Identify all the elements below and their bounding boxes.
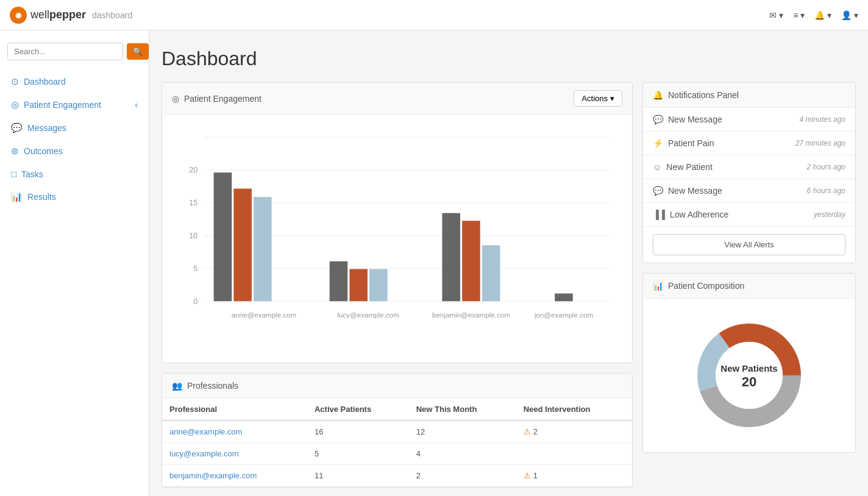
messages-icon: 💬	[11, 122, 23, 133]
notification-item-new-message-1[interactable]: 💬 New Message 4 minutes ago	[643, 108, 855, 132]
bar	[349, 269, 368, 302]
patient-pain-time: 27 minutes ago	[795, 139, 845, 147]
notification-item-patient-pain[interactable]: ⚡ Patient Pain 27 minutes ago	[643, 132, 855, 155]
patient-engagement-panel: ◎ Patient Engagement Actions ▾	[162, 82, 633, 363]
professionals-panel-icon: 👥	[172, 381, 182, 391]
logo-dashboard: dashboard	[92, 10, 132, 20]
engagement-chart: 0 5 10 15 20 anne@example.com	[172, 124, 622, 356]
warning-icon: ⚠	[524, 427, 531, 436]
patient-engagement-icon: ◎	[11, 99, 19, 110]
search-input[interactable]	[7, 43, 123, 60]
patient-composition-header: 📊 Patient Composition	[643, 274, 855, 299]
bar	[254, 197, 272, 301]
patient-pain-icon: ⚡	[653, 138, 663, 148]
notification-item-new-message-2[interactable]: 💬 New Message 6 hours ago	[643, 179, 855, 203]
new-message-1-text: New Message	[668, 115, 722, 124]
pro-email-link[interactable]: lucy@example.com	[169, 449, 239, 458]
patient-pain-text: Patient Pain	[668, 138, 714, 148]
svg-text:lucy@example.com: lucy@example.com	[337, 311, 399, 319]
chevron-left-icon: ‹	[135, 100, 138, 110]
pro-email-link[interactable]: benjamin@example.com	[169, 471, 257, 480]
actions-label: Actions	[582, 94, 608, 103]
new-this-month: 2	[409, 465, 516, 487]
sidebar-label-messages: Messages	[27, 123, 66, 133]
svg-text:15: 15	[189, 199, 197, 207]
sidebar-label-outcomes: Outcomes	[24, 146, 63, 156]
low-adherence-icon: ▐▐	[653, 210, 665, 219]
bar	[214, 172, 232, 301]
table-row: lucy@example.com 5 4	[162, 443, 632, 465]
svg-text:jon@example.com: jon@example.com	[534, 311, 593, 319]
sidebar-label-tasks: Tasks	[21, 169, 43, 179]
notification-item-low-adherence[interactable]: ▐▐ Low Adherence yesterday	[643, 203, 855, 227]
chart-area: 0 5 10 15 20 anne@example.com	[162, 115, 632, 363]
main-content: Dashboard ◎ Patient Engagement Actions ▾	[149, 30, 868, 496]
top-nav-icons: ✉ ▾ ≡ ▾ 🔔 ▾ 👤 ▾	[769, 10, 858, 20]
active-patients: 11	[307, 465, 409, 487]
new-message-2-time: 6 hours ago	[807, 186, 845, 195]
notification-item-new-patient[interactable]: ☺ New Patient 2 hours ago	[643, 155, 855, 179]
low-adherence-text: Low Adherence	[670, 210, 729, 219]
user-nav-button[interactable]: 👤 ▾	[841, 10, 858, 20]
svg-text:benjamin@example.com: benjamin@example.com	[432, 311, 510, 319]
professionals-header: 👥 Professionals	[162, 374, 632, 399]
dashboard-icon: ⊙	[11, 76, 19, 87]
notifications-panel: 🔔 Notifications Panel 💬 New Message 4 mi…	[642, 82, 856, 263]
view-all-alerts-button[interactable]: View All Alerts	[653, 234, 845, 255]
need-intervention: ⚠2	[516, 420, 632, 443]
new-this-month: 12	[409, 420, 516, 443]
composition-panel-icon: 📊	[653, 281, 663, 291]
svg-text:5: 5	[193, 264, 197, 273]
search-box: 🔍	[0, 38, 149, 65]
main-col: ◎ Patient Engagement Actions ▾	[162, 82, 633, 496]
panel-title-notifications: 🔔 Notifications Panel	[653, 90, 739, 100]
sidebar-item-patient-engagement[interactable]: ◎ Patient Engagement ‹	[0, 93, 149, 116]
sidebar-item-dashboard[interactable]: ⊙ Dashboard	[0, 70, 149, 93]
alerts-nav-button[interactable]: 🔔 ▾	[814, 10, 831, 20]
pro-email-link[interactable]: anne@example.com	[169, 427, 242, 436]
sidebar: 🔍 ⊙ Dashboard ◎ Patient Engagement ‹ 💬 M…	[0, 30, 149, 496]
need-intervention: ⚠1	[516, 465, 632, 487]
new-message-1-time: 4 minutes ago	[800, 115, 845, 124]
panel-title-composition: 📊 Patient Composition	[653, 281, 744, 291]
messages-nav-button[interactable]: ✉ ▾	[769, 10, 783, 20]
donut-container: New Patients 20	[643, 299, 855, 452]
sidebar-label-dashboard: Dashboard	[24, 77, 66, 87]
search-button[interactable]: 🔍	[127, 43, 149, 60]
bar	[555, 294, 573, 302]
engagement-panel-icon: ◎	[172, 94, 179, 104]
active-patients: 5	[307, 443, 409, 465]
active-patients: 16	[307, 420, 409, 443]
top-nav: ◉ wellpepper dashboard ✉ ▾ ≡ ▾ 🔔 ▾ 👤 ▾	[0, 0, 868, 30]
menu-nav-button[interactable]: ≡ ▾	[793, 10, 805, 20]
sidebar-label-patient-engagement: Patient Engagement	[24, 100, 101, 110]
professionals-table-container: Professional Active Patients New This Mo…	[162, 399, 632, 487]
actions-button[interactable]: Actions ▾	[574, 90, 622, 107]
professionals-panel: 👥 Professionals Professional Active Pati…	[162, 373, 633, 487]
svg-text:anne@example.com: anne@example.com	[232, 311, 297, 319]
logo-icon: ◉	[10, 7, 27, 24]
sidebar-item-messages[interactable]: 💬 Messages	[0, 116, 149, 140]
logo: ◉ wellpepper dashboard	[10, 7, 132, 24]
new-this-month: 4	[409, 443, 516, 465]
panel-title-professionals: 👥 Professionals	[172, 381, 238, 391]
composition-panel-title: Patient Composition	[668, 281, 744, 291]
content-grid: ◎ Patient Engagement Actions ▾	[162, 82, 856, 496]
outcomes-icon: ⊚	[11, 146, 19, 157]
tasks-icon: □	[11, 169, 16, 179]
sidebar-label-results: Results	[27, 192, 56, 202]
notifications-panel-title: Notifications Panel	[668, 90, 739, 100]
bar	[482, 245, 500, 301]
new-message-2-icon: 💬	[653, 186, 663, 196]
sidebar-item-results[interactable]: 📊 Results	[0, 185, 149, 208]
sidebar-item-outcomes[interactable]: ⊚ Outcomes	[0, 140, 149, 163]
side-col: 🔔 Notifications Panel 💬 New Message 4 mi…	[642, 82, 856, 496]
notifications-panel-icon: 🔔	[653, 90, 663, 100]
svg-text:10: 10	[189, 232, 197, 240]
results-icon: 📊	[11, 191, 23, 202]
bar	[442, 213, 460, 302]
table-row: benjamin@example.com 11 2 ⚠1	[162, 465, 632, 487]
pro-email: anne@example.com	[162, 420, 307, 443]
bar	[369, 269, 388, 302]
sidebar-item-tasks[interactable]: □ Tasks	[0, 163, 149, 185]
